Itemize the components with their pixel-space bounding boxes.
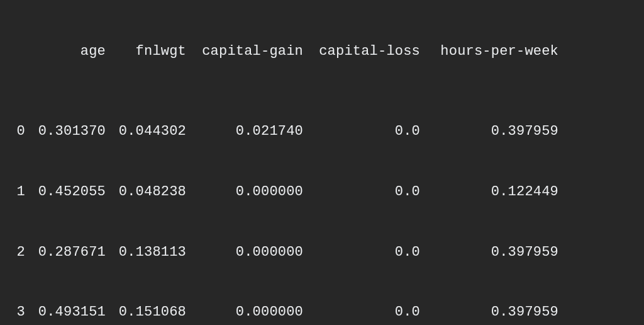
row-index: 0 — [4, 122, 25, 142]
padding — [558, 42, 640, 62]
dataframe-output: age fnlwgt capital-gain capital-loss hou… — [0, 0, 644, 325]
padding — [558, 182, 640, 202]
cell-fnlwgt: 0.151068 — [106, 302, 186, 322]
cell-hours-per-week: 0.397959 — [420, 302, 558, 322]
padding — [558, 242, 640, 263]
cell-fnlwgt: 0.048238 — [106, 182, 186, 202]
cell-hours-per-week: 0.397959 — [420, 122, 558, 142]
cell-hours-per-week: 0.397959 — [420, 242, 558, 263]
cell-capital-loss: 0.0 — [303, 302, 420, 322]
cell-capital-gain: 0.000000 — [186, 242, 303, 263]
column-header-capital-gain: capital-gain — [186, 42, 303, 62]
row-index: 1 — [4, 182, 25, 202]
cell-fnlwgt: 0.044302 — [106, 122, 186, 142]
cell-capital-gain: 0.000000 — [186, 302, 303, 322]
cell-capital-gain: 0.021740 — [186, 122, 303, 142]
table-row: 20.2876710.1381130.0000000.00.397959 — [4, 242, 640, 263]
cell-age: 0.493151 — [25, 302, 106, 322]
column-header-capital-loss: capital-loss — [303, 42, 420, 62]
column-header-hours-per-week: hours-per-week — [420, 42, 558, 62]
cell-capital-loss: 0.0 — [303, 242, 420, 263]
cell-capital-loss: 0.0 — [303, 122, 420, 142]
cell-capital-gain: 0.000000 — [186, 182, 303, 202]
cell-capital-loss: 0.0 — [303, 182, 420, 202]
cell-age: 0.301370 — [25, 122, 106, 142]
table-row: 10.4520550.0482380.0000000.00.122449 — [4, 182, 640, 202]
row-index: 3 — [4, 302, 25, 322]
cell-age: 0.452055 — [25, 182, 106, 202]
table-header-row: age fnlwgt capital-gain capital-loss hou… — [4, 42, 640, 62]
column-header-age: age — [25, 42, 106, 62]
padding — [558, 302, 640, 322]
row-index: 2 — [4, 242, 25, 263]
cell-fnlwgt: 0.138113 — [106, 242, 186, 263]
column-header-fnlwgt: fnlwgt — [106, 42, 186, 62]
table-row: 30.4931510.1510680.0000000.00.397959 — [4, 302, 640, 322]
table-row: 00.3013700.0443020.0217400.00.397959 — [4, 122, 640, 142]
cell-age: 0.287671 — [25, 242, 106, 263]
column-header-index — [4, 42, 25, 62]
cell-hours-per-week: 0.122449 — [420, 182, 558, 202]
padding — [558, 122, 640, 142]
